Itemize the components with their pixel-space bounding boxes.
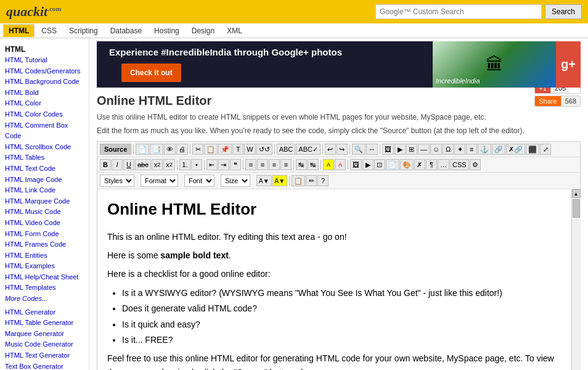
tb-spell2[interactable]: ABC✓ — [296, 144, 321, 155]
tb-align-right[interactable]: ≡ — [269, 159, 280, 170]
sidebar-link-scrollbox[interactable]: HTML Scrollbox Code — [5, 142, 84, 153]
sidebar-link-image[interactable]: HTML Image Code — [5, 175, 84, 186]
editor-p4[interactable]: Feel free to use this online HTML editor… — [107, 352, 561, 370]
sidebar-link-entities[interactable]: HTML Entities — [5, 250, 84, 261]
tb-copy[interactable]: 📋 — [204, 144, 218, 155]
tb-edit[interactable]: ✏ — [306, 175, 317, 186]
sidebar-link-text-gen[interactable]: HTML Text Generator — [5, 350, 84, 361]
tb-new[interactable]: 📄 — [136, 144, 149, 155]
tb-anchor[interactable]: ⚓ — [478, 144, 491, 155]
tb-paste-word[interactable]: W — [244, 144, 255, 155]
editor-list-item-3[interactable]: Is it quick and easy? — [122, 318, 561, 331]
tb-indent[interactable]: ⇥ — [218, 159, 229, 170]
ad-banner[interactable]: Experience #IncredibleIndia through Goog… — [97, 41, 581, 88]
sidebar-link-color-codes[interactable]: HTML Color Codes — [5, 109, 84, 120]
tb-blockquote[interactable]: ❝ — [230, 159, 241, 170]
scroll-thumb[interactable] — [573, 199, 580, 218]
tb-maximize[interactable]: ⤢ — [540, 144, 551, 155]
tb-align-justify[interactable]: ≡ — [280, 159, 292, 170]
tb-more[interactable]: ≡ — [466, 144, 477, 155]
editor-p1[interactable]: This is an online HTML editor. Try editi… — [107, 230, 561, 244]
editor-list-item-1[interactable]: Is it a WYSIWYG editor? (WYSIWYG means "… — [122, 286, 561, 300]
share-button[interactable]: Share 568 — [534, 96, 581, 107]
check-it-out-button[interactable]: Check it out — [121, 64, 181, 82]
tb-flash2[interactable]: ▶ — [362, 159, 374, 170]
tb-help[interactable]: ? — [317, 175, 329, 186]
size-select[interactable]: Size — [221, 175, 250, 187]
sidebar-link-help[interactable]: HTML Help/Cheat Sheet — [5, 272, 84, 283]
editor-main[interactable]: Online HTML Editor This is an online HTM… — [97, 189, 571, 370]
scroll-up-arrow[interactable]: ▲ — [572, 189, 581, 198]
tb-replace[interactable]: ↔ — [366, 144, 378, 155]
nav-html[interactable]: HTML — [3, 24, 35, 37]
sidebar-link-tables[interactable]: HTML Tables — [5, 152, 84, 163]
sidebar-link-music-gen[interactable]: Music Code Generator — [5, 339, 84, 350]
sidebar-link-form[interactable]: HTML Form Code — [5, 229, 84, 240]
styles-select[interactable]: Styles — [100, 175, 134, 187]
tb-italic[interactable]: I — [112, 159, 123, 170]
sidebar-link-templates[interactable]: HTML Templates — [5, 282, 84, 294]
tb-link[interactable]: 🔗 — [492, 144, 505, 155]
sidebar-link-text[interactable]: HTML Text Code — [5, 163, 84, 175]
tb-spell[interactable]: ABC — [277, 144, 296, 155]
tb-bold[interactable]: B — [100, 159, 111, 170]
tb-underline[interactable]: U — [123, 159, 134, 170]
tb-rtl[interactable]: ↹ — [308, 159, 319, 170]
scroll-track[interactable] — [572, 198, 581, 370]
nav-design[interactable]: Design — [186, 24, 220, 38]
tb-color-text[interactable]: A — [335, 159, 346, 170]
nav-scripting[interactable]: Scripting — [63, 24, 104, 38]
tb-redo[interactable]: ↪ — [337, 144, 348, 155]
tb-show-all[interactable]: ¶ — [426, 159, 437, 170]
sidebar-link-bold[interactable]: HTML Bold — [5, 88, 84, 99]
source-button[interactable]: Source — [100, 144, 131, 155]
sidebar-link-color[interactable]: HTML Color — [5, 98, 84, 109]
tb-smiley[interactable]: ☺ — [430, 144, 442, 155]
sidebar-link-bg[interactable]: HTML Background Code — [5, 76, 84, 88]
tb-sup[interactable]: x2 — [163, 159, 175, 170]
tb-color-bg2[interactable]: 🎨 — [400, 159, 414, 170]
sidebar-more-codes[interactable]: More Codes... — [5, 294, 84, 305]
sidebar-link-tutorial[interactable]: HTML Tutorial — [5, 55, 84, 66]
tb-paste3[interactable]: 📋 — [292, 175, 305, 186]
editor-p2[interactable]: Here is some sample bold text. — [107, 249, 561, 262]
tb-align-center[interactable]: ≡ — [257, 159, 268, 170]
search-input[interactable] — [375, 4, 542, 19]
tb-paste[interactable]: 📌 — [218, 144, 232, 155]
sidebar-link-marquee-gen[interactable]: Marquee Generator — [5, 329, 84, 340]
tb-css[interactable]: CSS — [450, 159, 469, 170]
sidebar-link-link[interactable]: HTML Link Code — [5, 185, 84, 196]
sidebar-link-textbox-gen[interactable]: Text Box Generator — [5, 361, 84, 370]
sidebar-link-generator[interactable]: HTML Generator — [5, 307, 84, 318]
tb-ol[interactable]: 1. — [179, 159, 190, 170]
tb-templates[interactable]: 📑 — [150, 144, 163, 155]
editor-list-item-2[interactable]: Does it generate valid HTML code? — [122, 302, 561, 315]
tb-bg-color[interactable]: A▼ — [272, 175, 288, 186]
tb-cut[interactable]: ✂ — [192, 144, 203, 155]
format-select[interactable]: Format — [141, 175, 178, 187]
editor-bold-text[interactable]: sample bold text — [160, 250, 228, 260]
search-button[interactable]: Search — [545, 4, 582, 19]
editor-heading[interactable]: Online HTML Editor — [107, 197, 561, 223]
tb-font-color[interactable]: A▼ — [256, 175, 272, 186]
tb-outdent[interactable]: ⇤ — [206, 159, 218, 170]
tb-flash[interactable]: ▶ — [394, 144, 406, 155]
tb-remove-format[interactable]: ✗ — [414, 159, 425, 170]
tb-unlink[interactable]: ✗🔗 — [506, 144, 525, 155]
tb-undo-all[interactable]: ↺↺ — [256, 144, 272, 155]
editor-content[interactable]: Online HTML Editor This is an online HTM… — [97, 189, 571, 370]
nav-css[interactable]: CSS — [36, 24, 62, 38]
sidebar-link-marquee[interactable]: HTML Marquee Code — [5, 196, 84, 207]
font-select[interactable]: Font — [184, 175, 214, 187]
tb-char[interactable]: Ω — [443, 144, 454, 155]
sidebar-link-table-gen[interactable]: HTML Table Generator — [5, 318, 84, 329]
tb-show-blocks[interactable]: ⬛ — [526, 144, 539, 155]
logo[interactable]: quackit.com — [6, 4, 62, 20]
sidebar-link-examples[interactable]: HTML Examples — [5, 261, 84, 272]
sidebar-link-music[interactable]: HTML Music Code — [5, 207, 84, 218]
tb-find[interactable]: 🔍 — [352, 144, 365, 155]
tb-preview[interactable]: 👁 — [164, 144, 176, 155]
editor-p3[interactable]: Here is a checklist for a good online ed… — [107, 267, 561, 281]
sidebar-link-codes-gen[interactable]: HTML Codes/Generators — [5, 66, 84, 77]
tb-ltr[interactable]: ↹ — [296, 159, 307, 170]
